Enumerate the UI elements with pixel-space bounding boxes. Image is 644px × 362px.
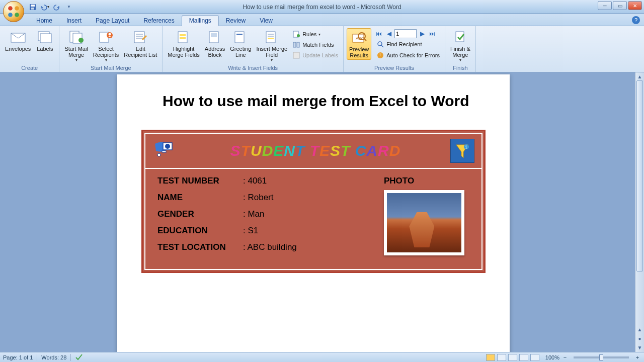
- zoom-in-button[interactable]: +: [634, 354, 641, 360]
- last-record-button[interactable]: ⏭: [428, 29, 437, 38]
- draft-view-button[interactable]: [530, 354, 539, 361]
- find-recipient-button[interactable]: Find Recipient: [374, 39, 442, 49]
- document-heading: How to use mail merge from Excel to Word: [132, 93, 495, 110]
- card-body: TEST NUMBER: 4061 NAME: Robert GENDER: M…: [145, 169, 481, 269]
- preview-results-button[interactable]: ABC Preview Results: [347, 28, 371, 60]
- field-row: NAME: Robert: [157, 193, 364, 203]
- envelopes-button[interactable]: Envelopes: [3, 28, 33, 53]
- card-header: STUDENT TEST CARD i: [145, 134, 481, 169]
- match-icon: [292, 41, 300, 49]
- svg-rect-5: [31, 5, 35, 7]
- proofing-icon[interactable]: [75, 353, 83, 361]
- address-block-button[interactable]: Address Block: [203, 28, 227, 59]
- group-finish: Finish & Merge▾ Finish: [445, 26, 476, 72]
- redo-icon[interactable]: [52, 3, 61, 12]
- window-controls: ─ ▭ ✕: [598, 1, 642, 10]
- previous-page-button[interactable]: ▲: [635, 325, 644, 334]
- page: How to use mail merge from Excel to Word…: [117, 74, 510, 352]
- rules-button[interactable]: Rules ▾: [290, 29, 340, 39]
- close-button[interactable]: ✕: [628, 1, 642, 10]
- group-create: Envelopes Labels Create: [0, 26, 59, 72]
- find-icon: [376, 40, 384, 48]
- card-photo-column: PHOTO: [384, 176, 469, 259]
- svg-rect-47: [162, 151, 166, 152]
- full-screen-view-button[interactable]: [497, 354, 506, 361]
- merge-field-icon: [264, 29, 280, 45]
- insert-merge-field-button[interactable]: Insert Merge Field▾: [254, 28, 289, 63]
- office-button[interactable]: [3, 1, 24, 22]
- svg-point-46: [165, 144, 170, 149]
- field-row: TEST NUMBER: 4061: [157, 176, 364, 186]
- zoom-level[interactable]: 100%: [545, 354, 559, 360]
- window-title: How to use mail merge from excel to word…: [0, 4, 644, 11]
- card-fields: TEST NUMBER: 4061 NAME: Robert GENDER: M…: [157, 176, 364, 259]
- svg-text:i: i: [465, 144, 467, 150]
- check-icon: !: [376, 51, 384, 59]
- edit-list-icon: [132, 29, 148, 45]
- minimize-button[interactable]: ─: [598, 1, 612, 10]
- document-area[interactable]: How to use mail merge from Excel to Word…: [0, 72, 635, 352]
- ribbon-tabs: Home Insert Page Layout References Maili…: [0, 14, 644, 26]
- svg-point-2: [8, 13, 13, 17]
- svg-rect-21: [180, 34, 186, 36]
- web-layout-view-button[interactable]: [508, 354, 517, 361]
- svg-rect-34: [297, 42, 299, 47]
- match-fields-button[interactable]: Match Fields: [290, 40, 340, 50]
- help-icon[interactable]: ?: [632, 16, 640, 24]
- start-merge-icon: [68, 29, 85, 45]
- print-layout-view-button[interactable]: [486, 354, 495, 361]
- auto-check-errors-button[interactable]: !Auto Check for Errors: [374, 50, 442, 60]
- tab-home[interactable]: Home: [29, 16, 59, 26]
- tab-view[interactable]: View: [253, 16, 280, 26]
- scrollbar-thumb[interactable]: [636, 80, 643, 272]
- tab-insert[interactable]: Insert: [59, 16, 89, 26]
- outline-view-button[interactable]: [519, 354, 528, 361]
- word-count[interactable]: Words: 28: [41, 354, 66, 360]
- svg-point-1: [15, 6, 19, 11]
- scroll-up-icon[interactable]: ▲: [635, 72, 644, 80]
- greeting-line-button[interactable]: Greeting Line: [228, 28, 253, 59]
- svg-point-0: [8, 6, 13, 11]
- zoom-slider[interactable]: [574, 356, 629, 358]
- next-record-button[interactable]: ▶: [418, 29, 427, 38]
- finish-merge-button[interactable]: Finish & Merge▾: [448, 28, 472, 63]
- maximize-button[interactable]: ▭: [613, 1, 627, 10]
- svg-rect-22: [180, 37, 186, 39]
- tab-references[interactable]: References: [136, 16, 181, 26]
- previous-record-button[interactable]: ◀: [384, 29, 393, 38]
- envelope-icon: [10, 29, 26, 45]
- browse-object-button[interactable]: ●: [635, 334, 644, 343]
- highlight-merge-fields-button[interactable]: Highlight Merge Fields: [166, 28, 202, 59]
- page-indicator[interactable]: Page: 1 of 1: [3, 354, 33, 360]
- svg-point-48: [157, 153, 160, 156]
- edit-recipient-list-button[interactable]: Edit Recipient List: [122, 28, 159, 59]
- select-recipients-button[interactable]: Select Recipients▾: [91, 28, 121, 63]
- svg-point-40: [378, 42, 382, 46]
- workspace: How to use mail merge from Excel to Word…: [0, 72, 644, 352]
- photo-image: [387, 193, 461, 252]
- vertical-scrollbar[interactable]: ▲ ▲ ● ▼: [635, 72, 644, 352]
- zoom-out-button[interactable]: −: [561, 354, 569, 360]
- svg-text:ABC: ABC: [356, 36, 364, 41]
- qat-customize-icon[interactable]: ▼: [64, 3, 73, 12]
- update-labels-button: Update Labels: [290, 50, 340, 60]
- record-number-input[interactable]: [394, 29, 417, 38]
- labels-button[interactable]: Labels: [34, 28, 56, 53]
- first-record-button[interactable]: ⏮: [374, 29, 383, 38]
- student-card: STUDENT TEST CARD i TEST NUMBER: 4061 NA…: [141, 130, 486, 273]
- svg-rect-25: [235, 32, 244, 43]
- ribbon: Envelopes Labels Create Start Mail Merge…: [0, 26, 644, 72]
- tab-mailings[interactable]: Mailings: [182, 15, 219, 26]
- svg-rect-9: [40, 34, 51, 43]
- tab-page-layout[interactable]: Page Layout: [89, 16, 136, 26]
- group-write-insert: Highlight Merge Fields Address Block Gre…: [163, 26, 344, 72]
- svg-text:!: !: [379, 53, 381, 58]
- start-mail-merge-button[interactable]: Start Mail Merge▾: [62, 28, 90, 63]
- undo-icon[interactable]: ▾: [40, 3, 49, 12]
- titlebar: ▾ ▼ How to use mail merge from excel to …: [0, 0, 644, 14]
- rules-icon: [292, 30, 300, 38]
- save-icon[interactable]: [28, 3, 37, 12]
- next-page-button[interactable]: ▼: [635, 343, 644, 352]
- tab-review[interactable]: Review: [219, 16, 253, 26]
- finish-icon: [452, 29, 468, 45]
